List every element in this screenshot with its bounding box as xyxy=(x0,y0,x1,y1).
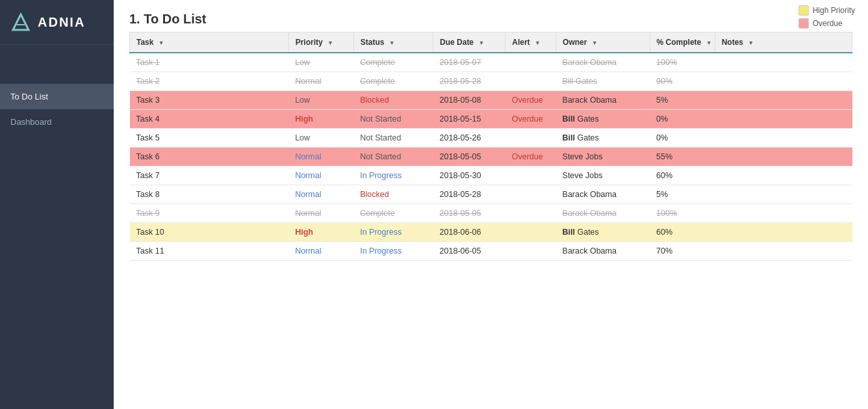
status-cell: Complete xyxy=(360,58,395,67)
task-cell: Task 11 xyxy=(130,242,289,261)
table-wrapper: Task ▼ Priority ▼ Status ▼ Due Date ▼ xyxy=(114,32,868,409)
complete-cell: 5% xyxy=(650,91,715,110)
logo-area: ADNIA xyxy=(0,0,114,45)
sidebar-item-dashboard[interactable]: Dashboard xyxy=(0,109,114,135)
logo-icon xyxy=(10,12,31,33)
duedate-cell: 2018-05-08 xyxy=(433,91,505,110)
status-filter-icon[interactable]: ▼ xyxy=(389,40,395,46)
col-header-owner[interactable]: Owner ▼ xyxy=(556,33,650,53)
complete-cell: 90% xyxy=(650,72,715,91)
status-cell: Complete xyxy=(360,209,395,218)
owner-cell: Bill Gates xyxy=(563,77,598,86)
notes-filter-icon[interactable]: ▼ xyxy=(748,40,754,46)
notes-cell xyxy=(715,166,852,185)
alert-cell: Overdue xyxy=(512,96,543,105)
duedate-cell: 2018-06-05 xyxy=(433,242,505,261)
owner-cell: Barack Obama xyxy=(563,209,617,218)
col-header-status[interactable]: Status ▼ xyxy=(353,33,433,53)
task-cell: Task 9 xyxy=(130,204,289,223)
status-cell: In Progress xyxy=(360,228,402,237)
status-cell: Not Started xyxy=(360,133,401,142)
table-row: Task 9 Normal Complete 2018-05-05 Barack… xyxy=(130,204,852,223)
notes-cell xyxy=(715,91,852,110)
table-body: Task 1 Low Complete 2018-05-07 Barack Ob… xyxy=(130,53,852,261)
priority-cell: High xyxy=(295,228,313,237)
task-cell: Task 2 xyxy=(130,72,289,91)
owner-cell: Bill Gates xyxy=(563,133,599,142)
notes-cell xyxy=(715,148,852,166)
task-cell: Task 8 xyxy=(130,185,289,204)
task-cell: Task 6 xyxy=(130,148,289,166)
owner-cell: Barack Obama xyxy=(563,246,617,256)
priority-cell: Low xyxy=(295,133,310,142)
notes-cell xyxy=(715,53,852,72)
col-header-notes[interactable]: Notes ▼ xyxy=(715,33,852,53)
col-header-duedate[interactable]: Due Date ▼ xyxy=(433,33,505,53)
sidebar: ADNIA To Do List Dashboard xyxy=(0,0,114,409)
col-header-complete[interactable]: % Complete ▼ xyxy=(650,33,715,53)
complete-cell: 55% xyxy=(650,148,715,166)
task-cell: Task 7 xyxy=(130,166,289,185)
duedate-filter-icon[interactable]: ▼ xyxy=(478,40,484,46)
table-row: Task 11 Normal In Progress 2018-06-05 Ba… xyxy=(130,242,852,261)
table-row: Task 8 Normal Blocked 2018-05-28 Barack … xyxy=(130,185,852,204)
owner-cell: Barack Obama xyxy=(563,58,617,67)
priority-cell: Normal xyxy=(295,246,321,256)
task-cell: Task 5 xyxy=(130,129,289,148)
notes-cell xyxy=(715,223,852,242)
table-row: Task 1 Low Complete 2018-05-07 Barack Ob… xyxy=(130,53,852,72)
priority-cell: High xyxy=(295,114,313,124)
complete-cell: 100% xyxy=(650,53,715,72)
sidebar-item-todo-label: To Do List xyxy=(10,92,48,101)
duedate-cell: 2018-05-05 xyxy=(433,204,505,223)
notes-cell xyxy=(715,242,852,261)
notes-cell xyxy=(715,72,852,91)
col-header-task[interactable]: Task ▼ xyxy=(130,33,289,53)
table-header-row: Task ▼ Priority ▼ Status ▼ Due Date ▼ xyxy=(130,33,852,53)
owner-cell: Steve Jobs xyxy=(563,171,603,180)
notes-cell xyxy=(715,129,852,148)
main-content: High Priority Overdue 1. To Do List Task… xyxy=(114,0,868,409)
status-cell: Not Started xyxy=(360,152,401,161)
alert-cell: Overdue xyxy=(512,152,543,161)
complete-cell: 0% xyxy=(650,129,715,148)
duedate-cell: 2018-05-26 xyxy=(433,129,505,148)
status-cell: In Progress xyxy=(360,246,402,256)
owner-cell: Bill Gates xyxy=(563,114,599,124)
status-cell: Blocked xyxy=(360,190,389,199)
table-row: Task 10 High In Progress 2018-06-06 Bill… xyxy=(130,223,852,242)
owner-cell: Barack Obama xyxy=(563,190,617,199)
sidebar-item-todo[interactable]: To Do List xyxy=(0,84,114,109)
owner-filter-icon[interactable]: ▼ xyxy=(592,40,598,46)
status-cell: Blocked xyxy=(360,96,389,105)
status-cell: Complete xyxy=(360,77,395,86)
priority-cell: Normal xyxy=(295,152,321,161)
priority-cell: Normal xyxy=(295,190,321,199)
complete-cell: 70% xyxy=(650,242,715,261)
table-row: Task 2 Normal Complete 2018-05-28 Bill G… xyxy=(130,72,852,91)
svg-marker-0 xyxy=(13,14,29,30)
col-header-priority[interactable]: Priority ▼ xyxy=(288,33,353,53)
priority-filter-icon[interactable]: ▼ xyxy=(327,40,333,46)
col-header-alert[interactable]: Alert ▼ xyxy=(505,33,556,53)
priority-cell: Low xyxy=(295,58,310,67)
complete-cell: 100% xyxy=(650,204,715,223)
table-row: Task 3 Low Blocked 2018-05-08 Overdue Ba… xyxy=(130,91,852,110)
duedate-cell: 2018-06-06 xyxy=(433,223,505,242)
table-row: Task 4 High Not Started 2018-05-15 Overd… xyxy=(130,110,852,129)
complete-filter-icon[interactable]: ▼ xyxy=(706,40,712,46)
page-title: 1. To Do List xyxy=(129,12,852,27)
complete-cell: 60% xyxy=(650,223,715,242)
notes-cell xyxy=(715,204,852,223)
task-cell: Task 10 xyxy=(130,223,289,242)
duedate-cell: 2018-05-30 xyxy=(433,166,505,185)
priority-cell: Low xyxy=(295,96,310,105)
priority-cell: Normal xyxy=(295,171,321,180)
task-filter-icon[interactable]: ▼ xyxy=(159,40,164,46)
duedate-cell: 2018-05-07 xyxy=(433,53,505,72)
duedate-cell: 2018-05-15 xyxy=(433,110,505,129)
owner-cell: Steve Jobs xyxy=(563,152,603,161)
alert-filter-icon[interactable]: ▼ xyxy=(535,40,541,46)
task-cell: Task 4 xyxy=(130,110,289,129)
duedate-cell: 2018-05-28 xyxy=(433,185,505,204)
